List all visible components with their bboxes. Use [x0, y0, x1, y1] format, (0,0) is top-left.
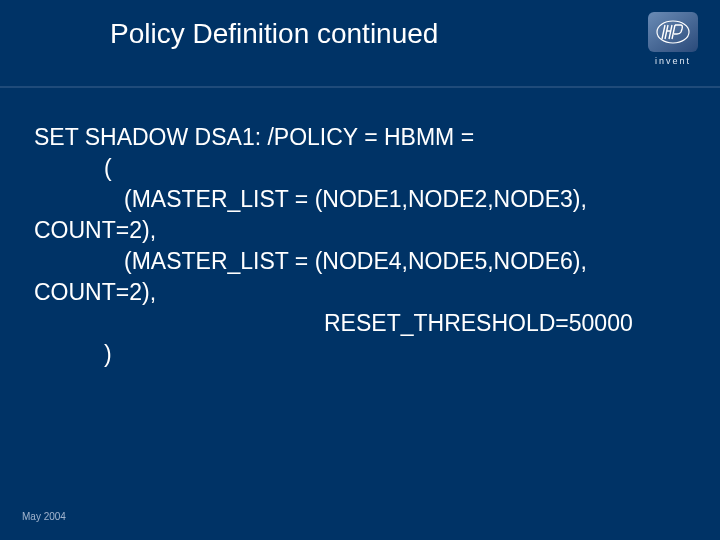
header-divider: [0, 86, 720, 88]
code-line: (MASTER_LIST = (NODE1,NODE2,NODE3),: [34, 184, 690, 215]
footer-date: May 2004: [22, 511, 66, 522]
code-line: COUNT=2),: [34, 215, 690, 246]
code-line: (: [34, 153, 690, 184]
hp-logo-icon: [648, 12, 698, 52]
code-line: SET SHADOW DSA1: /POLICY = HBMM =: [34, 122, 690, 153]
hp-invent-text: invent: [655, 56, 691, 66]
code-line: (MASTER_LIST = (NODE4,NODE5,NODE6),: [34, 246, 690, 277]
code-line: RESET_THRESHOLD=50000: [34, 308, 690, 339]
hp-logo-block: invent: [644, 12, 702, 66]
code-block: SET SHADOW DSA1: /POLICY = HBMM = ( (MAS…: [0, 88, 720, 370]
slide-title: Policy Definition continued: [0, 12, 644, 50]
code-line: COUNT=2),: [34, 277, 690, 308]
code-line: ): [34, 339, 690, 370]
slide-header: Policy Definition continued invent: [0, 0, 720, 66]
